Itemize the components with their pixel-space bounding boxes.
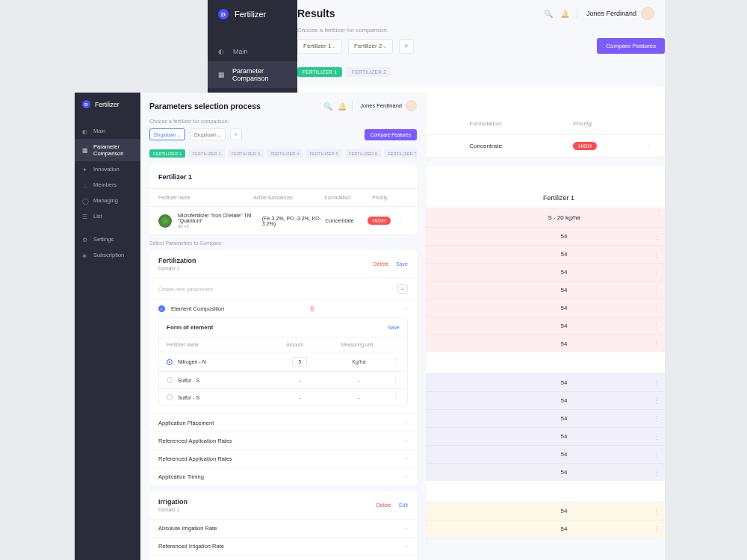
- collapse-icon[interactable]: −: [404, 305, 408, 312]
- select-fertilizer-2[interactable]: Fertilizer 2⌄: [348, 39, 393, 54]
- row-more-icon[interactable]: ⋮: [653, 414, 665, 423]
- element-row: Sulfur - S -- ⋮: [159, 371, 407, 388]
- select-row: Fertilizer 1⌄ Fertilizer 2⌄ + Compare Fe…: [297, 38, 665, 54]
- param-row[interactable]: Referenced Irrigation Rate−: [149, 537, 417, 555]
- add-fertilizer-button[interactable]: +: [399, 39, 414, 54]
- tab-fertilizer-2[interactable]: FERTILIZER 2: [347, 67, 391, 77]
- bell-icon[interactable]: 🔔: [560, 10, 568, 17]
- row-more-icon[interactable]: ⋮: [653, 268, 665, 276]
- tab[interactable]: FERTILIZER 4: [267, 149, 303, 158]
- radio-icon[interactable]: [167, 394, 173, 400]
- row-more-icon[interactable]: ⋮: [653, 396, 665, 405]
- bell-icon[interactable]: 🔔: [338, 102, 344, 109]
- tab[interactable]: FERTILIZER 6: [345, 149, 381, 158]
- search-icon[interactable]: 🔍: [544, 10, 551, 17]
- row-more-icon[interactable]: ⋮: [653, 208, 665, 227]
- param-row[interactable]: Application Placement−: [149, 414, 417, 432]
- select-dropdown-2[interactable]: Dropdown⌄: [190, 128, 226, 140]
- row-more-icon[interactable]: ⋮: [653, 379, 665, 387]
- tab[interactable]: FERTILIZER 7: [384, 149, 417, 158]
- users-icon: ⛬: [82, 182, 88, 188]
- expand-icon: −: [404, 525, 408, 532]
- checkbox-icon[interactable]: [158, 305, 165, 312]
- nav-compare[interactable]: ▦Parameter Comparison: [208, 61, 297, 88]
- search-icon[interactable]: 🔍: [323, 102, 330, 109]
- grid-icon: ▦: [82, 147, 88, 153]
- save-button[interactable]: Save: [396, 261, 408, 267]
- row-more-icon[interactable]: ⋮: [653, 525, 665, 533]
- delete-icon[interactable]: 🗑: [309, 305, 315, 312]
- row-more-icon[interactable]: ⋮: [653, 450, 665, 458]
- select-dropdown-1[interactable]: Dropdown⌄: [149, 128, 185, 140]
- param-element-composition[interactable]: Element Composition 🗑 −: [149, 299, 417, 317]
- param-row[interactable]: Application Timing−: [149, 467, 417, 485]
- back-header: Results 🔍 🔔 Jones Ferdinand: [297, 0, 665, 27]
- nav-settings[interactable]: ⚙Settings: [75, 231, 140, 247]
- select-row: Dropdown⌄ Dropdown⌄ + Compare Features: [149, 128, 417, 140]
- avatar: [406, 100, 417, 111]
- tab-fertilizer-1[interactable]: FERTILIZER 1: [297, 67, 342, 77]
- row-more-icon[interactable]: ⋮: [392, 393, 400, 401]
- nav-compare[interactable]: ▦Parameter Comparison: [75, 139, 140, 161]
- edit-button[interactable]: Edit: [399, 503, 408, 508]
- list-icon: ☰: [82, 214, 88, 220]
- param-row[interactable]: Referenced Application Rates−: [149, 449, 417, 467]
- nav-members[interactable]: ⛬Members: [75, 177, 140, 193]
- compare-features-button[interactable]: Compare Features: [597, 38, 665, 54]
- front-main: Parameters selection process 🔍 🔔 Jones F…: [140, 93, 426, 560]
- radio-on-icon[interactable]: [167, 359, 173, 365]
- badge-icon: ◈: [82, 252, 88, 258]
- amount-input[interactable]: 5: [292, 357, 307, 367]
- row-more-icon[interactable]: ⋮: [653, 340, 665, 348]
- row-more-icon[interactable]: ⋮: [399, 218, 408, 224]
- save-button[interactable]: Save: [388, 325, 400, 330]
- chevron-down-icon: ⌄: [177, 132, 181, 137]
- add-button[interactable]: +: [230, 128, 242, 140]
- nav-list[interactable]: ☰List: [75, 208, 140, 224]
- tab[interactable]: FERTILIZER 2: [188, 149, 224, 158]
- row-more-icon[interactable]: ⋮: [653, 322, 665, 330]
- delete-button[interactable]: Delete: [376, 503, 391, 508]
- select-params-label: Select Parameters to Compare:: [149, 240, 417, 246]
- row-more-icon[interactable]: ⋮: [653, 468, 665, 476]
- param-row[interactable]: System/Technology−: [149, 555, 417, 560]
- nav-managing[interactable]: ◯Managing: [75, 193, 140, 208]
- col-b: Fertilizer 1: [475, 194, 642, 202]
- compare-features-button[interactable]: Compare Features: [365, 129, 417, 140]
- row-more-icon[interactable]: ⋮: [653, 232, 665, 240]
- user-menu[interactable]: Jones Ferdinand: [586, 7, 654, 20]
- chevron-down-icon: ⌄: [332, 43, 336, 49]
- select-fertilizer-1[interactable]: Fertilizer 1⌄: [297, 39, 342, 54]
- row-more-icon[interactable]: ⋮: [392, 376, 400, 384]
- tab[interactable]: FERTILIZER 3: [228, 149, 264, 158]
- page-title: Parameters selection process: [149, 102, 261, 111]
- row-more-icon[interactable]: ⋮: [653, 432, 665, 441]
- user-menu[interactable]: Jones Ferdinand: [360, 100, 417, 111]
- radio-icon[interactable]: [167, 377, 173, 383]
- tab[interactable]: FERTILIZER 1: [149, 149, 185, 158]
- section-sub: Domain 1: [158, 264, 196, 271]
- param-row[interactable]: Referenced Application Rates−: [149, 432, 417, 449]
- choose-label: Choose a fertilizer for comparison:: [149, 119, 417, 124]
- create-param-row: Create new parameters +: [149, 278, 417, 299]
- row-more-icon[interactable]: ⋮: [653, 304, 665, 312]
- param-row[interactable]: Absolute Irrigation Rate−: [149, 519, 417, 537]
- nav-main[interactable]: ◐Main: [75, 123, 140, 139]
- page-title: Results: [297, 7, 335, 19]
- row-more-icon[interactable]: ⋮: [642, 143, 654, 149]
- nav-main[interactable]: ◐Main: [208, 42, 297, 61]
- avatar: [641, 7, 654, 20]
- delete-button[interactable]: Delete: [374, 261, 388, 267]
- brand-name: Fertilizer: [235, 10, 266, 19]
- row-more-icon[interactable]: ⋮: [653, 507, 665, 515]
- row-more-icon[interactable]: ⋮: [653, 250, 665, 258]
- row-more-icon[interactable]: ⋮: [653, 286, 665, 294]
- nav-innovation[interactable]: ✦Innovation: [75, 161, 140, 177]
- add-param-button[interactable]: +: [397, 284, 408, 294]
- tab[interactable]: FERTILIZER 5: [306, 149, 342, 158]
- nav-subscription[interactable]: ◈Subscription: [75, 247, 140, 263]
- row-more-icon[interactable]: ⋮: [392, 358, 400, 366]
- bulb-icon: ✦: [82, 167, 88, 172]
- section-sub: Domain 1: [158, 505, 187, 512]
- fertilizer-card: Fertilizer 1 Fertilizer name Active subs…: [149, 165, 417, 234]
